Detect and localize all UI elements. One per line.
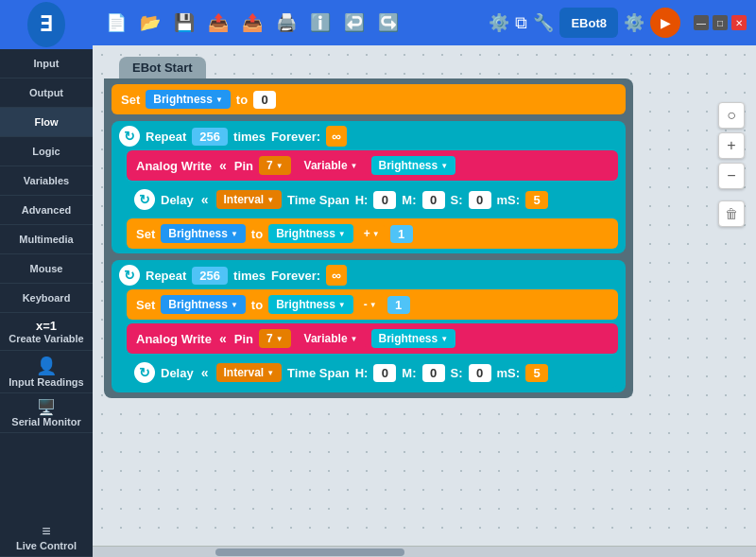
close-button[interactable]: ✕	[731, 15, 747, 30]
increment-value-1[interactable]: 1	[390, 225, 413, 243]
save-icon[interactable]: 💾	[170, 9, 198, 37]
live-control-icon: ≡	[2, 523, 91, 540]
delay-block-1: ↻ Delay « Interval ▼ Time Span H: 0 M: 0	[127, 184, 618, 215]
ms-input-1[interactable]: 5	[525, 191, 548, 209]
op-dropdown-2[interactable]: - ▼	[359, 296, 382, 313]
brightness-dropdown-set-2[interactable]: Brightness ▼	[161, 295, 246, 314]
trash-button[interactable]: 🗑	[718, 200, 745, 227]
canvas-scrollbar[interactable]	[93, 546, 756, 557]
block-set-initial: Set Brightness ▼ to 0	[112, 84, 626, 114]
forever-icon-1: ∞	[326, 126, 347, 147]
play-button[interactable]: ▶	[650, 8, 680, 38]
delay-icon-2: ↻	[134, 362, 155, 383]
delay-icon-1: ↻	[134, 189, 155, 210]
zoom-in-button[interactable]: +	[718, 132, 745, 159]
brightness-var-dropdown-2[interactable]: Brightness ▼	[371, 329, 456, 348]
serial-monitor-icon: 🖥️	[2, 398, 91, 416]
input-readings-icon: 👤	[2, 356, 91, 376]
new-file-icon[interactable]: 📄	[102, 9, 130, 37]
op-dropdown-1[interactable]: + ▼	[359, 225, 385, 242]
sidebar-item-mouse[interactable]: Mouse	[0, 254, 93, 284]
tools-icon[interactable]: 🔧	[533, 12, 554, 33]
print-icon[interactable]: 🖨️	[272, 9, 301, 37]
repeat1-inner: Analog Write « Pin 7 ▼ Variable ▼	[119, 150, 618, 249]
zoom-out-button[interactable]: −	[718, 163, 745, 189]
open-icon[interactable]: 📂	[136, 9, 164, 37]
sidebar-item-keyboard[interactable]: Keyboard	[0, 284, 93, 313]
toolbar: 📄 📂 💾 📤 📤 🖨️ ℹ️ ↩️ ↪️ ⚙️ ⧉ 🔧 EBot8 ⚙️ ▶ …	[93, 0, 756, 45]
interval-dropdown-1[interactable]: Interval ▼	[216, 190, 283, 209]
delay-block-2: ↻ Delay « Interval ▼ Time Span H: 0 M: 0	[127, 357, 618, 388]
repeat-count-1[interactable]: 256	[192, 128, 228, 146]
h-input-2[interactable]: 0	[373, 364, 396, 382]
export-icon[interactable]: 📤	[204, 9, 232, 37]
sidebar: Ǝ Input Output Flow Logic Variables Adva…	[0, 0, 93, 557]
minimize-button[interactable]: —	[694, 15, 709, 30]
settings-icon[interactable]: ⚙️	[489, 12, 509, 33]
blocks-container: EBot Start Set Brightness ▼ to 0	[104, 57, 633, 398]
m-input-1[interactable]: 0	[422, 191, 445, 209]
scrollbar-thumb[interactable]	[215, 548, 404, 556]
value-0-input[interactable]: 0	[253, 91, 276, 109]
decrement-value-2[interactable]: 1	[387, 296, 410, 314]
main-area: 📄 📂 💾 📤 📤 🖨️ ℹ️ ↩️ ↪️ ⚙️ ⧉ 🔧 EBot8 ⚙️ ▶ …	[93, 0, 756, 557]
sidebar-item-input[interactable]: Input	[0, 49, 93, 78]
layout-icon[interactable]: ⧉	[515, 13, 527, 33]
upload-icon[interactable]: 📤	[238, 9, 266, 37]
ebot-start-tab: EBot Start	[119, 57, 206, 78]
var-dropdown-set-2[interactable]: Brightness ▼	[268, 295, 353, 314]
info-icon[interactable]: ℹ️	[306, 9, 335, 37]
create-variable-icon: x=1	[2, 319, 91, 333]
repeat-icon-1: ↻	[119, 126, 140, 147]
analog-write-1: Analog Write « Pin 7 ▼ Variable ▼	[127, 150, 618, 181]
zoom-controls: ○ + − 🗑	[718, 102, 745, 227]
sidebar-item-serial-monitor[interactable]: 🖥️ Serial Monitor	[0, 393, 93, 433]
brightness-dropdown-1[interactable]: Brightness ▼	[146, 90, 231, 109]
h-input-1[interactable]: 0	[373, 191, 396, 209]
canvas-area: ○ + − 🗑 EBot Start Set Brightness ▼	[93, 45, 756, 546]
sidebar-item-flow[interactable]: Flow	[0, 108, 93, 137]
interval-dropdown-2[interactable]: Interval ▼	[216, 363, 283, 382]
repeat-block-1: ↻ Repeat 256 times Forever: ∞ Analog Wri…	[112, 121, 626, 253]
s-input-1[interactable]: 0	[469, 191, 491, 209]
repeat2-inner: Set Brightness ▼ to Brightness ▼	[119, 289, 618, 388]
sidebar-item-create-variable[interactable]: x=1 Create Variable	[0, 313, 93, 351]
sidebar-item-advanced[interactable]: Advanced	[0, 196, 93, 225]
analog-write-2: Analog Write « Pin 7 ▼ Variable ▼	[127, 323, 618, 354]
s-input-2[interactable]: 0	[469, 364, 491, 382]
sidebar-item-input-readings[interactable]: 👤 Input Readings	[0, 351, 93, 393]
m-input-2[interactable]: 0	[422, 364, 445, 382]
repeat-count-2[interactable]: 256	[192, 267, 228, 285]
variable-dropdown-1[interactable]: Variable ▼	[297, 156, 366, 175]
block-set-2: Set Brightness ▼ to Brightness ▼	[127, 289, 618, 320]
brightness-var-dropdown-1[interactable]: Brightness ▼	[371, 156, 456, 175]
sidebar-item-logic[interactable]: Logic	[0, 137, 93, 166]
variable-dropdown-2[interactable]: Variable ▼	[297, 329, 366, 348]
var-dropdown-set-1[interactable]: Brightness ▼	[268, 224, 353, 243]
sidebar-item-multimedia[interactable]: Multimedia	[0, 225, 93, 254]
device-settings-icon[interactable]: ⚙️	[624, 12, 644, 33]
repeat-block-2: ↻ Repeat 256 times Forever: ∞ Set Bright…	[112, 260, 626, 392]
zoom-reset-button[interactable]: ○	[718, 102, 745, 129]
device-name-button[interactable]: EBot8	[559, 8, 618, 38]
block-set-1: Set Brightness ▼ to Brightness ▼	[127, 218, 618, 249]
sidebar-item-live-control[interactable]: ≡ Live Control	[0, 518, 93, 557]
repeat-icon-2: ↻	[119, 265, 140, 286]
forever-icon-2: ∞	[326, 265, 347, 286]
undo-icon[interactable]: ↩️	[340, 9, 369, 37]
sidebar-item-output[interactable]: Output	[0, 78, 93, 108]
maximize-button[interactable]: □	[713, 15, 728, 30]
redo-icon[interactable]: ↪️	[374, 9, 403, 37]
ms-input-2[interactable]: 5	[525, 364, 548, 382]
pin-dropdown-1[interactable]: 7 ▼	[259, 156, 291, 175]
sidebar-item-variables[interactable]: Variables	[0, 166, 93, 196]
logo-wrap: Ǝ	[0, 0, 93, 49]
brightness-dropdown-set-1[interactable]: Brightness ▼	[161, 224, 246, 243]
pin-dropdown-2[interactable]: 7 ▼	[259, 329, 291, 348]
app-logo: Ǝ	[27, 2, 65, 47]
